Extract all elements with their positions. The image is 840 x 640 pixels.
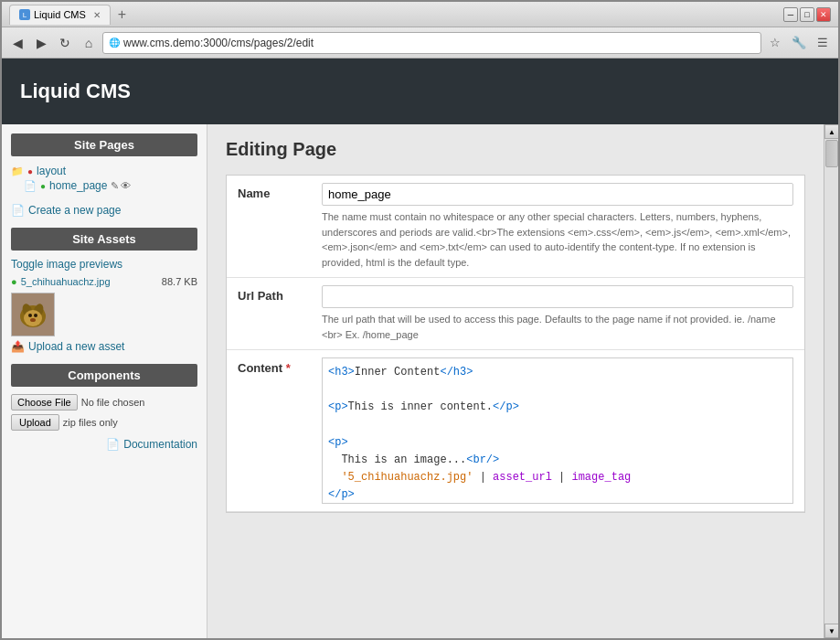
back-btn[interactable]: ◀ — [7, 33, 27, 53]
scroll-thumb[interactable] — [825, 140, 838, 167]
svg-point-7 — [30, 318, 36, 322]
page-scrollbar[interactable]: ▲ ▼ — [824, 124, 838, 638]
name-field-wrap: The name must contain no whitespace or a… — [322, 183, 793, 270]
code-tag-5: <p> — [328, 436, 348, 449]
folder-icon-2: 📄 — [24, 180, 37, 192]
edit-icon[interactable]: ✎ — [111, 180, 119, 192]
home-page-link[interactable]: home_page — [49, 179, 107, 192]
forward-btn[interactable]: ▶ — [31, 33, 51, 53]
green-circle-icon: ● — [40, 181, 46, 191]
view-icon[interactable]: 👁 — [121, 180, 131, 192]
scroll-down-btn[interactable]: ▼ — [824, 624, 838, 638]
content-display: <h3>Inner Content</h3> <p>This is inner … — [322, 357, 793, 504]
new-tab-btn[interactable]: + — [114, 6, 130, 23]
scroll-up-btn[interactable]: ▲ — [824, 124, 838, 139]
folder-icon: 📁 — [11, 165, 24, 177]
tab-title: Liquid CMS — [34, 9, 86, 20]
name-form-row: Name The name must contain no whitespace… — [227, 176, 804, 278]
url-input[interactable] — [322, 285, 793, 308]
sidebar: Site Pages 📁 ● layout 📄 ● home_page — [2, 124, 207, 638]
edit-page-title: Editing Page — [226, 139, 805, 160]
tab-favicon: L — [19, 9, 30, 20]
upload-btn-row: Upload zip files only — [11, 414, 197, 431]
reload-btn[interactable]: ↻ — [55, 33, 75, 53]
code-keyword-1: asset_url — [493, 471, 552, 484]
code-tag-6: <br/> — [466, 453, 499, 466]
code-tag-2: </h3> — [440, 366, 473, 379]
upload-asset-link[interactable]: 📤 Upload a new asset — [11, 340, 197, 353]
no-file-label: No file chosen — [81, 397, 145, 408]
code-text-3: This is an image... — [341, 453, 466, 466]
menu-btn[interactable]: ☰ — [813, 33, 833, 53]
tab-close-btn[interactable]: ✕ — [93, 10, 101, 20]
documentation-label: Documentation — [123, 438, 197, 451]
site-assets-header: Site Assets — [11, 228, 197, 251]
name-hint: The name must contain no whitespace or a… — [322, 209, 793, 270]
edit-area: Editing Page Name The name must contain … — [207, 124, 824, 638]
home-btn[interactable]: ⌂ — [79, 33, 99, 53]
app-header: Liquid CMS — [2, 59, 838, 124]
tab-bar: L Liquid CMS ✕ + — [9, 5, 778, 25]
page-action-icons: ✎ 👁 — [111, 180, 131, 192]
bookmark-btn[interactable]: ☆ — [765, 33, 785, 53]
code-text-2: This is inner content. — [348, 400, 493, 413]
code-tag-1: <h3> — [328, 366, 355, 379]
doc-icon: 📄 — [106, 438, 120, 451]
address-bar[interactable]: 🌐 www.cms.demo:3000/cms/pages/2/edit — [102, 32, 761, 54]
app-title: Liquid CMS — [20, 80, 131, 103]
layout-link[interactable]: layout — [37, 165, 66, 177]
asset-thumbnail — [11, 293, 55, 336]
svg-point-5 — [28, 314, 32, 317]
create-page-link[interactable]: 📄 Create a new page — [11, 204, 197, 217]
toolbar-icons: ☆ 🔧 ☰ — [765, 33, 833, 53]
browser-window: L Liquid CMS ✕ + ─ □ ✕ ◀ ▶ ↻ ⌂ 🌐 www.cms… — [0, 0, 840, 640]
browser-toolbar: ◀ ▶ ↻ ⌂ 🌐 www.cms.demo:3000/cms/pages/2/… — [2, 27, 838, 59]
code-keyword-2: image_tag — [571, 471, 631, 484]
minimize-btn[interactable]: ─ — [783, 7, 798, 22]
components-area: Choose File No file chosen Upload zip fi… — [11, 394, 197, 451]
choose-file-btn[interactable]: Choose File — [11, 394, 78, 411]
page-wrapper: Liquid CMS Site Pages 📁 ● layout — [2, 59, 838, 638]
asset-thumb-img — [11, 293, 55, 336]
page-content: Liquid CMS Site Pages 📁 ● layout — [2, 59, 838, 638]
asset-name: 5_chihuahuachz.jpg — [21, 276, 111, 287]
red-circle-icon: ● — [27, 166, 33, 176]
extensions-btn[interactable]: 🔧 — [789, 33, 809, 53]
site-pages-tree: 📁 ● layout 📄 ● home_page ✎ 👁 — [11, 164, 197, 193]
address-icon: 🌐 — [109, 37, 120, 48]
upload-asset-label: Upload a new asset — [28, 340, 124, 353]
toggle-image-previews-link[interactable]: Toggle image previews — [11, 258, 197, 271]
tree-item-home: 📄 ● home_page ✎ 👁 — [24, 178, 197, 193]
code-tag-4: </p> — [493, 400, 519, 413]
url-form-row: Url Path The url path that will be used … — [227, 278, 804, 350]
url-field-wrap: The url path that will be used to access… — [322, 285, 793, 342]
components-header: Components — [11, 364, 197, 387]
content-form-row: Content <h3>Inner Content</h3> <p>This i… — [227, 350, 804, 512]
create-page-label: Create a new page — [28, 204, 121, 217]
asset-check-icon: ● — [11, 276, 17, 287]
edit-form: Name The name must contain no whitespace… — [226, 175, 805, 513]
svg-point-6 — [34, 314, 37, 317]
name-label: Name — [238, 183, 311, 200]
name-input[interactable] — [322, 183, 793, 206]
tree-item-layout: 📁 ● layout — [11, 164, 197, 178]
browser-titlebar: L Liquid CMS ✕ + ─ □ ✕ — [2, 2, 838, 27]
content-field-wrap: <h3>Inner Content</h3> <p>This is inner … — [322, 357, 793, 504]
code-text-1: Inner Content — [355, 366, 441, 379]
upload-icon: 📤 — [11, 340, 25, 353]
close-btn[interactable]: ✕ — [816, 7, 831, 22]
zip-only-label: zip files only — [63, 417, 118, 428]
file-input-row: Choose File No file chosen — [11, 394, 197, 411]
create-page-icon: 📄 — [11, 204, 25, 217]
upload-component-btn[interactable]: Upload — [11, 414, 59, 431]
browser-tab-active[interactable]: L Liquid CMS ✕ — [9, 5, 111, 25]
code-string-1: '5_chihuahuachz.jpg' — [341, 471, 473, 484]
code-tag-3: <p> — [328, 400, 348, 413]
maximize-btn[interactable]: □ — [800, 7, 814, 22]
documentation-link[interactable]: 📄 Documentation — [11, 438, 197, 451]
address-text: www.cms.demo:3000/cms/pages/2/edit — [123, 37, 314, 49]
main-layout: Site Pages 📁 ● layout 📄 ● home_page — [2, 124, 838, 638]
asset-size: 88.7 KB — [162, 276, 197, 287]
window-controls: ─ □ ✕ — [783, 7, 831, 22]
url-label: Url Path — [238, 285, 311, 303]
